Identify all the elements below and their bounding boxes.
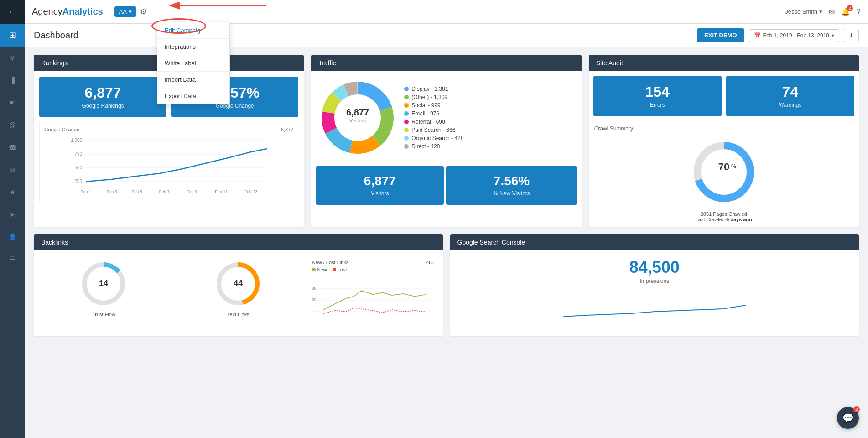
svg-text:500: 500 [74, 165, 82, 170]
svg-text:Feb 11: Feb 11 [215, 189, 228, 194]
new-lost-links-chart: New / Lost Links 210 New Lost 30 [307, 255, 438, 332]
user-name: Jesse Smith [785, 8, 817, 15]
chat-icon: ☛ [10, 99, 16, 106]
svg-text:Visitors: Visitors [349, 118, 366, 123]
svg-text:Feb 7: Feb 7 [159, 189, 170, 194]
svg-text:20: 20 [312, 298, 317, 302]
dropdown-integrations[interactable]: Integrations [157, 39, 229, 55]
legend-email: Email - 976 [404, 110, 463, 117]
help-button[interactable]: ? [857, 8, 861, 16]
app-logo: AgencyAnalytics [32, 6, 103, 17]
svg-text:30: 30 [312, 287, 317, 291]
sidebar-item-envelope[interactable]: ✉ [0, 158, 25, 181]
sidebar-item-search[interactable]: ⚲ [0, 47, 25, 69]
traffic-section: Traffic [311, 55, 581, 227]
traffic-donut: 6,877 Visitors [317, 77, 399, 161]
exit-demo-button[interactable]: EXIT DEMO [697, 28, 744, 42]
line-chart-svg: 1,000 750 500 250 Feb 1 Feb 3 Feb 5 Feb … [44, 136, 293, 195]
google-rankings-card: 6,877 Google Rankings [39, 77, 166, 117]
crawl-donut-svg: 70 % [687, 136, 760, 209]
user-dropdown-icon: ▾ [819, 8, 822, 15]
notifications-button[interactable]: 🔔 2 [841, 7, 850, 16]
legend-other: (Other) - 1,309 [404, 94, 463, 100]
date-range-text: Feb 1, 2019 - Feb 13, 2019 [763, 32, 829, 39]
google-search-console-section: Google Search Console 84,500 Impressions [450, 234, 859, 336]
mini-chart-header: New / Lost Links 210 [312, 260, 434, 265]
legend-social: Social - 999 [404, 102, 463, 109]
chat-badge: 2 [853, 406, 860, 412]
svg-text:Feb 13: Feb 13 [244, 189, 257, 194]
svg-text:Feb 5: Feb 5 [132, 189, 142, 194]
new-visitors-card: 7.56% % New Visitors [446, 166, 577, 205]
backlinks-section: Backlinks 14 Trust Flow [34, 234, 443, 336]
gsc-line-svg [456, 292, 854, 319]
sidebar-item-list[interactable]: ☰ [0, 248, 25, 270]
date-range-button[interactable]: 📅 Feb 1, 2019 - Feb 13, 2019 ▾ [749, 29, 839, 42]
site-audit-metrics: 154 Errors 74 Warnings [589, 71, 859, 121]
gsc-impressions: 84,500 Impressions [450, 250, 859, 292]
annotation-arrow [152, 2, 271, 22]
legend-organic-search: Organic Search - 428 [404, 135, 463, 141]
dropdown-export-data[interactable]: Export Data [157, 88, 229, 104]
gsc-line-chart [450, 292, 859, 324]
content-area: Rankings 6,877 Google Rankings 49.57% Go… [25, 47, 868, 438]
sidebar: ← ⊞ ⚲ ▐ ☛ @ ☎ ✉ ★ ➤ 👤 ☰ [0, 0, 25, 438]
rankings-chart: Google Change 6,877 1,000 750 [39, 122, 298, 202]
traffic-body: 6,877 Visitors Display - 1,381 (Other) -… [311, 71, 581, 166]
sidebar-item-mention[interactable]: @ [0, 114, 25, 136]
sidebar-item-star[interactable]: ★ [0, 181, 25, 203]
sidebar-item-send[interactable]: ➤ [0, 203, 25, 225]
legend-direct: Direct - 428 [404, 143, 463, 150]
legend-referral: Referral - 690 [404, 119, 463, 125]
svg-text:1,000: 1,000 [71, 138, 82, 143]
traffic-bottom-metrics: 6,877 Visitors 7.56% % New Visitors [311, 166, 581, 209]
sidebar-item-dashboard[interactable]: ⊞ [0, 24, 25, 47]
errors-card: 154 Errors [593, 76, 722, 116]
dropdown-white-label[interactable]: White Label [157, 55, 229, 72]
site-audit-section: Site Audit 154 Errors 74 Warnings Crawl … [589, 55, 859, 227]
trust-flow-stat: 14 Trust Flow [38, 255, 169, 332]
main-area: AgencyAnalytics AA ▾ ⚙ Edit Campaign Int… [25, 0, 868, 438]
backlinks-header: Backlinks [34, 234, 443, 250]
crawl-donut: 70 % 2851 Pages Crawled Last Crawled 6 d… [594, 136, 853, 222]
site-audit-header: Site Audit [589, 55, 859, 71]
svg-text:14: 14 [99, 279, 108, 288]
svg-text:Feb 9: Feb 9 [187, 189, 197, 194]
google-rankings-value: 6,877 [45, 85, 161, 101]
dropdown-menu: Edit Campaign Integrations White Label I… [157, 22, 230, 104]
chat-widget-icon: 💬 [842, 412, 854, 423]
gear-button[interactable]: ⚙ [140, 7, 146, 16]
topbar-right: Jesse Smith ▾ ✉ 🔔 2 ? [785, 7, 861, 16]
page-title: Dashboard [34, 30, 78, 41]
svg-text:750: 750 [74, 151, 82, 156]
svg-text:Feb 1: Feb 1 [81, 189, 91, 194]
user-menu[interactable]: Jesse Smith ▾ [785, 8, 822, 15]
chat-widget[interactable]: 💬 2 [837, 407, 859, 429]
new-lost-svg: 30 20 [312, 275, 434, 325]
download-button[interactable]: ⬇ [844, 29, 859, 42]
search-icon: ⚲ [10, 54, 15, 62]
text-links-donut: 44 [213, 259, 263, 309]
svg-text:%: % [731, 163, 736, 170]
dashboard-icon: ⊞ [9, 31, 16, 40]
backlinks-body: 14 Trust Flow 44 Text Links [34, 250, 443, 336]
dropdown-edit-campaign[interactable]: Edit Campaign [157, 22, 229, 39]
bar-chart-icon: ▐ [10, 77, 15, 84]
sidebar-item-barchart[interactable]: ▐ [0, 69, 25, 91]
messages-button[interactable]: ✉ [829, 7, 835, 16]
warnings-card: 74 Warnings [726, 76, 854, 116]
sidebar-item-chat[interactable]: ☛ [0, 91, 25, 114]
chart-max: 6,877 [281, 127, 294, 132]
sidebar-item-phone[interactable]: ☎ [0, 136, 25, 158]
aa-dropdown-button[interactable]: AA ▾ [114, 6, 136, 17]
dropdown-arrow-icon: ▾ [129, 8, 132, 15]
sidebar-collapse[interactable]: ← [0, 0, 25, 24]
gsc-header: Google Search Console [450, 234, 859, 250]
dropdown-import-data[interactable]: Import Data [157, 72, 229, 88]
arrow-left-icon: ← [9, 8, 16, 16]
sidebar-item-person[interactable]: 👤 [0, 225, 25, 248]
visitors-card: 6,877 Visitors [316, 166, 444, 205]
legend-paid-search: Paid Search - 666 [404, 127, 463, 133]
send-icon: ➤ [10, 211, 15, 218]
chart-title-row: Google Change 6,877 [44, 127, 293, 132]
